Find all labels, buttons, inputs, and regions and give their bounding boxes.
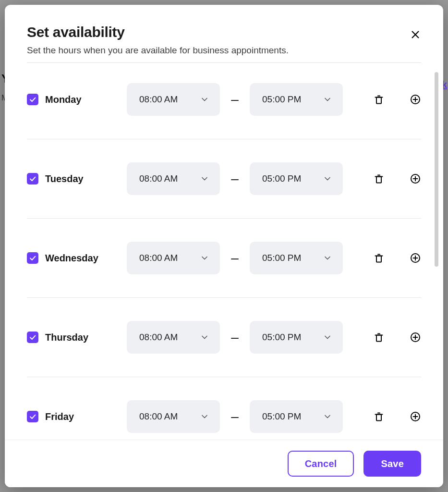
days-list: Monday 08:00 AM – 05:00 PM [27, 63, 421, 440]
delete-slot-button[interactable] [369, 94, 388, 105]
day-checkbox[interactable] [27, 173, 38, 184]
day-row: Wednesday 08:00 AM – 05:00 PM [27, 219, 421, 298]
close-icon [410, 29, 421, 40]
save-button[interactable]: Save [363, 451, 421, 477]
dialog-subtitle: Set the hours when you are available for… [27, 45, 421, 56]
day-checkbox[interactable] [27, 94, 38, 105]
check-icon [29, 175, 36, 183]
chevron-down-icon [323, 412, 332, 421]
delete-slot-button[interactable] [369, 173, 388, 184]
availability-dialog: Set availability Set the hours when you … [5, 5, 443, 487]
plus-circle-icon [410, 94, 421, 105]
day-checkbox[interactable] [27, 252, 38, 264]
start-time-select[interactable]: 08:00 AM [127, 83, 220, 116]
time-separator: – [230, 92, 239, 107]
delete-slot-button[interactable] [369, 411, 388, 422]
end-time-select[interactable]: 05:00 PM [250, 400, 343, 433]
day-label: Tuesday [45, 173, 84, 184]
start-time-select[interactable]: 08:00 AM [127, 242, 220, 274]
trash-icon [373, 332, 385, 343]
end-time-value: 05:00 PM [262, 173, 301, 184]
day-label: Friday [45, 411, 74, 422]
end-time-value: 05:00 PM [262, 332, 301, 343]
chevron-down-icon [323, 332, 332, 342]
close-button[interactable] [407, 26, 424, 43]
add-slot-button[interactable] [410, 332, 421, 343]
time-separator: – [230, 250, 239, 266]
time-separator: – [230, 409, 239, 424]
day-checkbox[interactable] [27, 332, 38, 343]
day-row: Monday 08:00 AM – 05:00 PM [27, 63, 421, 139]
dialog-footer: Cancel Save [5, 440, 443, 487]
end-time-value: 05:00 PM [262, 94, 301, 105]
start-time-value: 08:00 AM [139, 253, 178, 263]
trash-icon [373, 411, 385, 422]
trash-icon [373, 252, 385, 264]
start-time-select[interactable]: 08:00 AM [127, 162, 220, 195]
end-time-value: 05:00 PM [262, 411, 301, 422]
add-slot-button[interactable] [410, 94, 421, 105]
start-time-value: 08:00 AM [139, 173, 178, 184]
end-time-select[interactable]: 05:00 PM [250, 321, 343, 354]
day-row: Thursday 08:00 AM – 05:00 PM [27, 298, 421, 377]
day-row: Friday 08:00 AM – 05:00 PM [27, 377, 421, 440]
check-icon [29, 254, 36, 262]
delete-slot-button[interactable] [369, 332, 388, 343]
chevron-down-icon [323, 253, 332, 263]
day-label: Wednesday [45, 253, 98, 264]
day-row: Tuesday 08:00 AM – 05:00 PM [27, 139, 421, 219]
end-time-select[interactable]: 05:00 PM [250, 242, 343, 274]
chevron-down-icon [200, 412, 209, 421]
chevron-down-icon [200, 174, 209, 184]
chevron-down-icon [200, 332, 209, 342]
add-slot-button[interactable] [410, 411, 421, 422]
dialog-title: Set availability [27, 24, 421, 40]
check-icon [29, 333, 36, 341]
cancel-button[interactable]: Cancel [288, 451, 354, 477]
start-time-value: 08:00 AM [139, 94, 178, 105]
start-time-select[interactable]: 08:00 AM [127, 400, 220, 433]
chevron-down-icon [200, 253, 209, 263]
check-icon [29, 413, 36, 420]
trash-icon [373, 94, 385, 105]
start-time-value: 08:00 AM [139, 332, 178, 343]
day-label: Monday [45, 94, 82, 105]
end-time-select[interactable]: 05:00 PM [250, 83, 343, 116]
end-time-select[interactable]: 05:00 PM [250, 162, 343, 195]
start-time-select[interactable]: 08:00 AM [127, 321, 220, 354]
dialog-header: Set availability Set the hours when you … [27, 24, 421, 56]
add-slot-button[interactable] [410, 252, 421, 264]
delete-slot-button[interactable] [369, 252, 388, 264]
plus-circle-icon [410, 411, 421, 422]
chevron-down-icon [323, 95, 332, 104]
plus-circle-icon [410, 173, 421, 184]
chevron-down-icon [323, 174, 332, 184]
scrollbar[interactable] [435, 72, 438, 267]
day-label: Thursday [45, 332, 88, 343]
start-time-value: 08:00 AM [139, 411, 178, 422]
add-slot-button[interactable] [410, 173, 421, 184]
check-icon [29, 96, 36, 103]
plus-circle-icon [410, 252, 421, 264]
trash-icon [373, 173, 385, 184]
time-separator: – [230, 330, 239, 345]
day-checkbox[interactable] [27, 411, 38, 422]
plus-circle-icon [410, 332, 421, 343]
time-separator: – [230, 171, 239, 186]
end-time-value: 05:00 PM [262, 253, 301, 263]
chevron-down-icon [200, 95, 209, 104]
